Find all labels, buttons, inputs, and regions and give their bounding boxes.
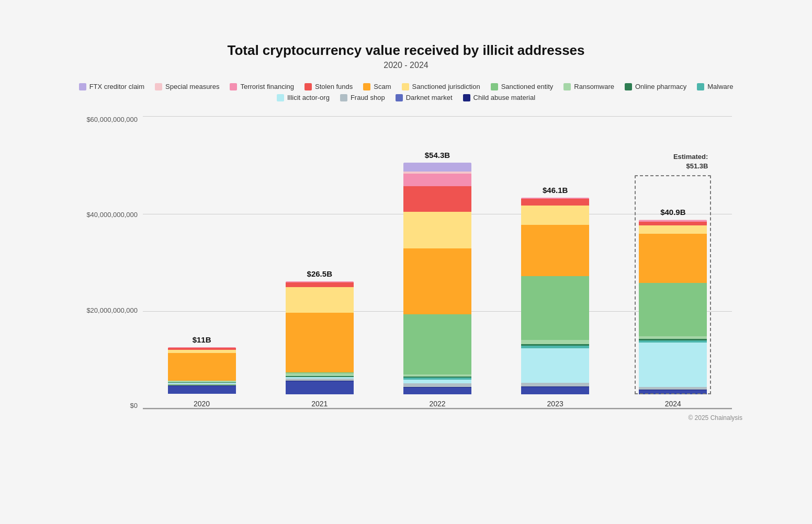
legend-item: Child abuse material — [463, 94, 536, 101]
legend-color-swatch — [396, 94, 403, 101]
legend-color-swatch — [340, 94, 347, 101]
bar — [639, 220, 707, 394]
legend-label: Sanctioned jurisdiction — [412, 83, 480, 90]
legend-color-swatch — [304, 83, 312, 90]
legend-label: Terrorist financing — [240, 83, 294, 90]
bar-segment — [639, 222, 707, 225]
bar-segment — [286, 313, 354, 372]
estimated-label: Estimated:$51.3B — [673, 152, 708, 171]
legend-label: Illicit actor-org — [287, 94, 330, 101]
y-axis-label: $40,000,000,000 — [70, 211, 138, 218]
bar-group: $54.3B2022 — [403, 151, 471, 408]
legend-label: Stolen funds — [315, 83, 353, 90]
bar-segment — [521, 206, 589, 225]
legend-color-swatch — [230, 83, 237, 90]
bar-group: $46.1B2023 — [521, 186, 589, 408]
bar — [168, 347, 236, 394]
legend-color-swatch — [625, 83, 632, 90]
legend-color-swatch — [402, 83, 409, 90]
legend-label: Sanctioned entity — [501, 83, 554, 90]
legend-label: Malware — [707, 83, 733, 90]
chart-area: $0$20,000,000,000$40,000,000,000$60,000,… — [143, 116, 732, 409]
chart-subtitle: 2020 - 2024 — [70, 61, 742, 70]
legend-color-swatch — [463, 94, 470, 101]
legend-label: Special measures — [165, 83, 219, 90]
bar-group: $11B2020 — [168, 335, 236, 408]
x-axis-label: 2023 — [547, 400, 563, 408]
bar-segment — [403, 388, 471, 394]
bar-segment — [521, 387, 589, 394]
legend-color-swatch — [697, 83, 704, 90]
legend-label: Online pharmacy — [635, 83, 686, 90]
legend-item: Sanctioned jurisdiction — [402, 83, 480, 90]
legend-item: FTX creditor claim — [79, 83, 144, 90]
bar-segment — [639, 225, 707, 234]
legend-color-swatch — [363, 83, 370, 90]
chart-title: Total cryptocurrency value received by i… — [70, 42, 742, 59]
copyright-text: © 2025 Chainalysis — [70, 414, 742, 422]
bar-segment — [521, 276, 589, 340]
legend-color-swatch — [277, 94, 284, 101]
bar-segment — [168, 386, 236, 394]
legend-label: Fraud shop — [351, 94, 385, 101]
bar-segment — [286, 287, 354, 313]
bar-segment — [286, 282, 354, 287]
legend-label: Ransomware — [574, 83, 614, 90]
legend-label: FTX creditor claim — [89, 83, 144, 90]
y-axis: $0$20,000,000,000$40,000,000,000$60,000,… — [70, 116, 138, 409]
bar-segment — [521, 340, 589, 344]
y-axis-label: $0 — [70, 402, 138, 409]
legend-label: Scam — [374, 83, 391, 90]
legend-color-swatch — [155, 83, 162, 90]
bar-group-inner: Estimated:$51.3B — [639, 220, 707, 394]
bar-segment — [403, 314, 471, 374]
bar-segment — [521, 348, 589, 382]
bar-segment — [403, 383, 471, 387]
bar-group-inner — [521, 198, 589, 394]
bar — [403, 163, 471, 394]
bar-total-label: $11B — [193, 335, 211, 344]
bar — [521, 198, 589, 394]
bar-group-inner — [168, 347, 236, 394]
legend-color-swatch — [563, 83, 571, 90]
x-axis-label: 2020 — [194, 400, 210, 408]
bar-group-inner — [403, 163, 471, 394]
legend-item: Sanctioned entity — [491, 83, 554, 90]
legend-item: Stolen funds — [304, 83, 353, 90]
legend-item: Online pharmacy — [625, 83, 686, 90]
y-axis-label: $20,000,000,000 — [70, 307, 138, 314]
bar-segment — [168, 353, 236, 381]
bar-total-label: $40.9B — [660, 208, 685, 217]
bar-segment — [639, 343, 707, 388]
bars-wrapper: $11B2020$26.5B2021$54.3B2022$46.1B2023$4… — [143, 116, 732, 409]
legend: FTX creditor claimSpecial measuresTerror… — [70, 83, 742, 101]
legend-item: Fraud shop — [340, 94, 385, 101]
legend-item: Malware — [697, 83, 733, 90]
legend-item: Scam — [363, 83, 391, 90]
legend-label: Darknet market — [406, 94, 453, 101]
legend-item: Ransomware — [563, 83, 614, 90]
bar-group-inner — [286, 281, 354, 394]
legend-item: Illicit actor-org — [277, 94, 330, 101]
x-axis-label: 2022 — [429, 400, 445, 408]
legend-label: Child abuse material — [473, 94, 536, 101]
bar-segment — [639, 234, 707, 283]
legend-color-swatch — [491, 83, 498, 90]
bar-group: $26.5B2021 — [286, 269, 354, 408]
bar-total-label: $26.5B — [307, 269, 332, 278]
legend-item: Darknet market — [396, 94, 453, 101]
bar-segment — [286, 381, 354, 394]
bar-segment — [639, 283, 707, 336]
bar-segment — [521, 225, 589, 276]
bar-segment — [403, 212, 471, 248]
bar-total-label: $46.1B — [543, 186, 568, 195]
y-axis-label: $60,000,000,000 — [70, 116, 138, 123]
chart-container: Total cryptocurrency value received by i… — [49, 27, 763, 497]
bar-segment — [403, 186, 471, 212]
bar-segment — [639, 390, 707, 394]
bar-segment — [403, 174, 471, 187]
legend-item: Terrorist financing — [230, 83, 294, 90]
x-axis-label: 2024 — [665, 400, 681, 408]
bar-segment — [403, 248, 471, 315]
bar-total-label: $54.3B — [425, 151, 450, 160]
